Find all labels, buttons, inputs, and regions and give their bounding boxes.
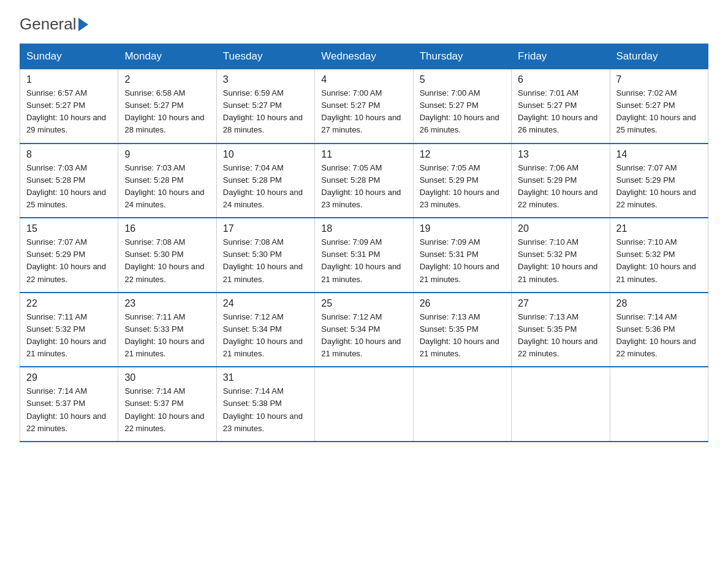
day-info: Sunrise: 7:05 AMSunset: 5:29 PMDaylight:… <box>420 163 499 209</box>
day-number: 28 <box>616 298 702 309</box>
calendar-week-row: 8Sunrise: 7:03 AMSunset: 5:28 PMDaylight… <box>20 144 708 218</box>
day-info: Sunrise: 7:12 AMSunset: 5:34 PMDaylight:… <box>321 312 401 358</box>
day-number: 5 <box>420 74 505 85</box>
day-info: Sunrise: 7:09 AMSunset: 5:31 PMDaylight:… <box>321 237 401 283</box>
day-number: 20 <box>518 223 603 234</box>
calendar-cell: 15Sunrise: 7:07 AMSunset: 5:29 PMDayligh… <box>20 218 118 293</box>
calendar-cell: 25Sunrise: 7:12 AMSunset: 5:34 PMDayligh… <box>315 293 413 367</box>
calendar-header-row: SundayMondayTuesdayWednesdayThursdayFrid… <box>20 44 708 69</box>
day-number: 7 <box>616 74 702 85</box>
day-number: 2 <box>124 74 210 85</box>
day-info: Sunrise: 7:03 AMSunset: 5:28 PMDaylight:… <box>124 163 204 209</box>
calendar-cell: 19Sunrise: 7:09 AMSunset: 5:31 PMDayligh… <box>413 218 511 293</box>
day-info: Sunrise: 7:11 AMSunset: 5:33 PMDaylight:… <box>124 312 204 358</box>
day-info: Sunrise: 7:07 AMSunset: 5:29 PMDaylight:… <box>26 237 106 283</box>
day-number: 25 <box>321 298 406 309</box>
day-info: Sunrise: 7:04 AMSunset: 5:28 PMDaylight:… <box>223 163 303 209</box>
calendar-week-row: 1Sunrise: 6:57 AMSunset: 5:27 PMDaylight… <box>20 69 708 144</box>
page-header: General <box>20 15 708 31</box>
calendar-cell: 4Sunrise: 7:00 AMSunset: 5:27 PMDaylight… <box>315 69 413 144</box>
calendar-cell: 24Sunrise: 7:12 AMSunset: 5:34 PMDayligh… <box>216 293 314 367</box>
day-info: Sunrise: 7:14 AMSunset: 5:36 PMDaylight:… <box>616 312 696 358</box>
calendar-cell: 23Sunrise: 7:11 AMSunset: 5:33 PMDayligh… <box>118 293 216 367</box>
day-info: Sunrise: 7:01 AMSunset: 5:27 PMDaylight:… <box>518 88 597 134</box>
day-number: 19 <box>420 223 505 234</box>
calendar-cell: 17Sunrise: 7:08 AMSunset: 5:30 PMDayligh… <box>216 218 314 293</box>
calendar-cell: 29Sunrise: 7:14 AMSunset: 5:37 PMDayligh… <box>20 367 118 442</box>
day-number: 27 <box>518 298 603 309</box>
calendar-cell: 27Sunrise: 7:13 AMSunset: 5:35 PMDayligh… <box>512 293 610 367</box>
calendar-cell: 11Sunrise: 7:05 AMSunset: 5:28 PMDayligh… <box>315 144 413 218</box>
calendar-week-row: 15Sunrise: 7:07 AMSunset: 5:29 PMDayligh… <box>20 218 708 293</box>
day-info: Sunrise: 7:10 AMSunset: 5:32 PMDaylight:… <box>616 237 696 283</box>
column-header-monday: Monday <box>118 44 216 69</box>
day-number: 24 <box>223 298 308 309</box>
day-info: Sunrise: 7:13 AMSunset: 5:35 PMDaylight:… <box>518 312 597 358</box>
column-header-tuesday: Tuesday <box>216 44 314 69</box>
calendar-table: SundayMondayTuesdayWednesdayThursdayFrid… <box>20 44 708 442</box>
calendar-week-row: 22Sunrise: 7:11 AMSunset: 5:32 PMDayligh… <box>20 293 708 367</box>
calendar-cell: 2Sunrise: 6:58 AMSunset: 5:27 PMDaylight… <box>118 69 216 144</box>
calendar-cell: 20Sunrise: 7:10 AMSunset: 5:32 PMDayligh… <box>512 218 610 293</box>
calendar-cell: 12Sunrise: 7:05 AMSunset: 5:29 PMDayligh… <box>413 144 511 218</box>
day-info: Sunrise: 7:11 AMSunset: 5:32 PMDaylight:… <box>26 312 106 358</box>
day-number: 3 <box>223 74 308 85</box>
calendar-cell <box>512 367 610 442</box>
calendar-cell: 6Sunrise: 7:01 AMSunset: 5:27 PMDaylight… <box>512 69 610 144</box>
day-number: 31 <box>223 372 308 383</box>
column-header-thursday: Thursday <box>413 44 511 69</box>
day-number: 8 <box>26 149 112 160</box>
day-number: 14 <box>616 149 702 160</box>
calendar-cell: 31Sunrise: 7:14 AMSunset: 5:38 PMDayligh… <box>216 367 314 442</box>
calendar-cell: 16Sunrise: 7:08 AMSunset: 5:30 PMDayligh… <box>118 218 216 293</box>
day-number: 15 <box>26 223 112 234</box>
day-number: 29 <box>26 372 112 383</box>
day-number: 22 <box>26 298 112 309</box>
logo-arrow-icon <box>78 18 88 31</box>
calendar-cell: 14Sunrise: 7:07 AMSunset: 5:29 PMDayligh… <box>610 144 708 218</box>
column-header-saturday: Saturday <box>610 44 708 69</box>
calendar-cell: 7Sunrise: 7:02 AMSunset: 5:27 PMDaylight… <box>610 69 708 144</box>
day-number: 18 <box>321 223 406 234</box>
day-info: Sunrise: 7:14 AMSunset: 5:37 PMDaylight:… <box>26 386 106 432</box>
calendar-cell: 8Sunrise: 7:03 AMSunset: 5:28 PMDaylight… <box>20 144 118 218</box>
calendar-cell: 5Sunrise: 7:00 AMSunset: 5:27 PMDaylight… <box>413 69 511 144</box>
day-info: Sunrise: 7:05 AMSunset: 5:28 PMDaylight:… <box>321 163 401 209</box>
calendar-cell: 9Sunrise: 7:03 AMSunset: 5:28 PMDaylight… <box>118 144 216 218</box>
calendar-cell: 10Sunrise: 7:04 AMSunset: 5:28 PMDayligh… <box>216 144 314 218</box>
column-header-wednesday: Wednesday <box>315 44 413 69</box>
day-info: Sunrise: 7:07 AMSunset: 5:29 PMDaylight:… <box>616 163 696 209</box>
calendar-cell: 22Sunrise: 7:11 AMSunset: 5:32 PMDayligh… <box>20 293 118 367</box>
day-info: Sunrise: 7:10 AMSunset: 5:32 PMDaylight:… <box>518 237 597 283</box>
calendar-cell <box>315 367 413 442</box>
day-number: 12 <box>420 149 505 160</box>
calendar-cell: 1Sunrise: 6:57 AMSunset: 5:27 PMDaylight… <box>20 69 118 144</box>
calendar-cell <box>610 367 708 442</box>
day-number: 4 <box>321 74 406 85</box>
day-number: 13 <box>518 149 603 160</box>
day-info: Sunrise: 6:57 AMSunset: 5:27 PMDaylight:… <box>26 88 106 134</box>
day-info: Sunrise: 7:14 AMSunset: 5:38 PMDaylight:… <box>223 386 303 432</box>
day-number: 30 <box>124 372 210 383</box>
calendar-cell <box>413 367 511 442</box>
logo-line1: General <box>20 15 88 34</box>
logo: General <box>20 15 88 31</box>
day-number: 11 <box>321 149 406 160</box>
day-number: 17 <box>223 223 308 234</box>
day-number: 26 <box>420 298 505 309</box>
day-number: 23 <box>124 298 210 309</box>
day-info: Sunrise: 7:09 AMSunset: 5:31 PMDaylight:… <box>420 237 499 283</box>
day-info: Sunrise: 6:59 AMSunset: 5:27 PMDaylight:… <box>223 88 303 134</box>
day-info: Sunrise: 7:03 AMSunset: 5:28 PMDaylight:… <box>26 163 106 209</box>
calendar-cell: 18Sunrise: 7:09 AMSunset: 5:31 PMDayligh… <box>315 218 413 293</box>
day-info: Sunrise: 6:58 AMSunset: 5:27 PMDaylight:… <box>124 88 204 134</box>
day-info: Sunrise: 7:06 AMSunset: 5:29 PMDaylight:… <box>518 163 597 209</box>
column-header-sunday: Sunday <box>20 44 118 69</box>
day-number: 9 <box>124 149 210 160</box>
calendar-cell: 30Sunrise: 7:14 AMSunset: 5:37 PMDayligh… <box>118 367 216 442</box>
day-number: 6 <box>518 74 603 85</box>
day-number: 10 <box>223 149 308 160</box>
calendar-cell: 28Sunrise: 7:14 AMSunset: 5:36 PMDayligh… <box>610 293 708 367</box>
day-info: Sunrise: 7:08 AMSunset: 5:30 PMDaylight:… <box>124 237 204 283</box>
day-info: Sunrise: 7:00 AMSunset: 5:27 PMDaylight:… <box>321 88 401 134</box>
